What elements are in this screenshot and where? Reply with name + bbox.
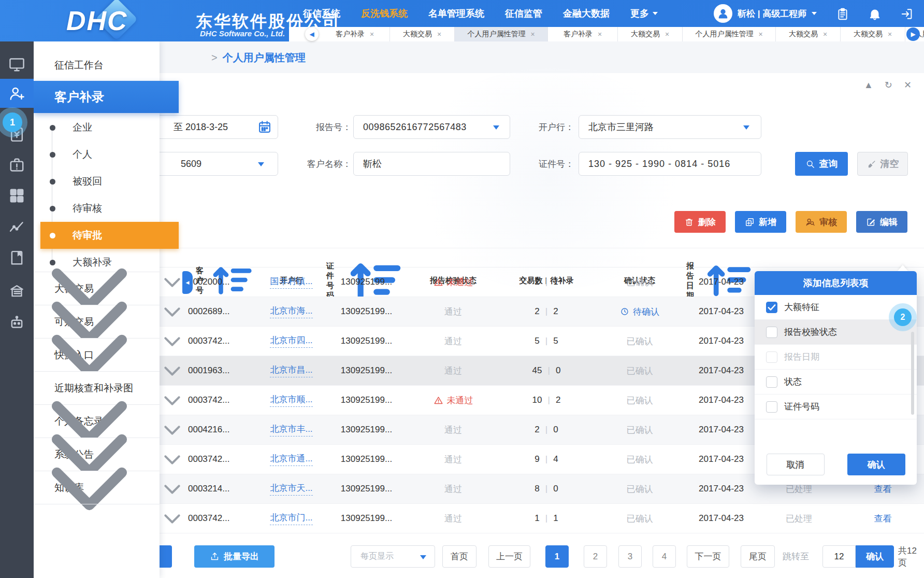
row-expand-chevron[interactable]: [161, 415, 184, 444]
first-page-button[interactable]: 首页: [442, 545, 477, 568]
collapse-icon[interactable]: ▲: [864, 79, 873, 91]
tabs-scroll-right-button[interactable]: ▶: [906, 27, 920, 41]
row-expand-chevron[interactable]: [161, 327, 184, 356]
tab-close-icon[interactable]: ×: [758, 30, 762, 38]
row-expand-chevron[interactable]: [161, 474, 184, 503]
row-expand-chevron[interactable]: [161, 386, 184, 415]
person-add-icon[interactable]: [8, 85, 25, 102]
tab-close-icon[interactable]: ×: [437, 30, 441, 38]
search-button[interactable]: 查询: [795, 152, 848, 176]
tab-close-icon[interactable]: ×: [823, 30, 827, 38]
column-option-大额特征[interactable]: 大额特征: [755, 295, 917, 320]
tab-close-icon[interactable]: ×: [665, 30, 669, 38]
checkbox-icon[interactable]: [766, 401, 777, 413]
monitor-icon[interactable]: [8, 56, 25, 73]
bank-select[interactable]: 北京市三里河路: [579, 115, 761, 139]
column-option-状态[interactable]: 状态: [755, 370, 917, 394]
nav-item-征信监管[interactable]: 征信监管: [505, 7, 542, 20]
tab-close-icon[interactable]: ×: [598, 30, 602, 38]
grid-icon[interactable]: [8, 187, 25, 204]
logout-icon[interactable]: [900, 7, 914, 21]
next-page-button[interactable]: 下一页: [687, 545, 729, 568]
sidebar-item-customer-supplement[interactable]: 客户补录: [34, 81, 179, 113]
view-link[interactable]: 查看: [874, 513, 892, 525]
report-no-select[interactable]: 0098652616772567483: [353, 115, 510, 139]
collapse-handle[interactable]: ◀: [182, 271, 193, 294]
row-expand-chevron[interactable]: [161, 356, 184, 385]
column-option-报告校验状态[interactable]: 报告校验状态: [755, 320, 917, 345]
calendar-icon[interactable]: [257, 120, 272, 134]
page-button-2[interactable]: 2: [584, 545, 607, 568]
bank-link[interactable]: 北京市天...: [270, 482, 312, 496]
book-icon[interactable]: [8, 249, 25, 266]
tab-大额交易[interactable]: 大额交易×: [841, 27, 905, 41]
sidebar-item-待审核[interactable]: 待审核: [34, 195, 160, 222]
tab-大额交易[interactable]: 大额交易×: [776, 27, 841, 41]
tab-个人用户属性管理[interactable]: 个人用户属性管理×: [683, 27, 776, 41]
tab-大额交易[interactable]: 大额交易×: [618, 27, 683, 41]
sidebar-item-企业[interactable]: 企业: [34, 114, 160, 141]
jump-confirm-button[interactable]: 确认: [856, 545, 894, 568]
row-expand-chevron[interactable]: [161, 504, 184, 533]
新增-button[interactable]: 新增: [735, 211, 786, 233]
panel-scrollbar[interactable]: [911, 332, 914, 415]
tabs-scroll-left-button[interactable]: ◀: [305, 27, 319, 41]
customer-name-input[interactable]: 靳松: [353, 152, 510, 176]
sidebar-item-被驳回[interactable]: 被驳回: [34, 168, 160, 195]
confirm-button[interactable]: 确认: [847, 454, 905, 475]
bank-link[interactable]: 北京市丰...: [270, 423, 312, 436]
nav-item-征信系统[interactable]: 征信系统: [303, 7, 340, 20]
审核-button[interactable]: 审核: [796, 211, 847, 233]
sidebar-item-大额补录[interactable]: 大额补录: [34, 249, 160, 276]
page-button-3[interactable]: 3: [618, 545, 642, 568]
tab-close-icon[interactable]: ×: [888, 30, 892, 38]
checkbox-icon[interactable]: [766, 351, 777, 363]
bank-link[interactable]: 北京市海...: [270, 305, 312, 318]
bank-link[interactable]: 北京市门...: [270, 512, 312, 525]
last-page-button[interactable]: 尾页: [741, 545, 775, 568]
nav-item-名单管理系统[interactable]: 名单管理系统: [428, 7, 484, 20]
page-button-1[interactable]: 1: [545, 545, 569, 568]
bank-icon[interactable]: [8, 283, 25, 300]
tab-close-icon[interactable]: ×: [530, 30, 535, 38]
nav-item-金融大数据[interactable]: 金融大数据: [563, 7, 610, 20]
sidebar-item-workbench[interactable]: 征信工作台: [34, 50, 160, 81]
column-option-证件号码[interactable]: 证件号码: [755, 394, 917, 419]
bank-link[interactable]: 北京市四...: [270, 334, 312, 348]
jump-input[interactable]: 12: [822, 545, 856, 568]
bank-link[interactable]: 北京市顺...: [270, 393, 312, 407]
line-chart-icon[interactable]: [8, 218, 25, 235]
删除-button[interactable]: 删除: [674, 211, 726, 233]
nav-item-更多[interactable]: 更多: [630, 7, 658, 20]
bank-link[interactable]: 国丰村镇...: [270, 275, 312, 289]
robot-icon[interactable]: [8, 314, 25, 331]
sidebar-item-待审批[interactable]: 待审批: [40, 222, 179, 249]
column-option-报告日期[interactable]: 报告日期: [755, 345, 917, 370]
close-icon[interactable]: ✕: [904, 79, 912, 91]
checkbox-checked-icon[interactable]: [766, 302, 777, 313]
sidebar-section-知识库[interactable]: 知识库: [34, 471, 160, 504]
prev-page-button[interactable]: 上一页: [488, 545, 530, 568]
page-button-4[interactable]: 4: [653, 545, 676, 568]
tab-客户补录[interactable]: 客户补录×: [320, 27, 390, 41]
row-expand-chevron[interactable]: [161, 267, 184, 297]
clear-button[interactable]: 清空: [857, 152, 908, 176]
tab-close-icon[interactable]: ×: [370, 30, 374, 38]
bank-link[interactable]: 北京市通...: [270, 453, 312, 466]
refresh-icon[interactable]: ↻: [885, 79, 892, 91]
row-expand-chevron[interactable]: [161, 445, 184, 474]
date-to-field[interactable]: 至 2018-3-25: [140, 115, 278, 139]
tab-客户补录[interactable]: 客户补录×: [548, 27, 618, 41]
nav-item-反洗钱系统[interactable]: 反洗钱系统: [361, 7, 408, 20]
briefcase-alert-icon[interactable]: [8, 157, 25, 174]
编辑-button[interactable]: 编辑: [856, 211, 907, 233]
row-expand-chevron[interactable]: [161, 297, 184, 326]
bank-link[interactable]: 北京市昌...: [270, 364, 312, 377]
user-area[interactable]: 靳松 | 高级工程师: [714, 4, 817, 23]
checkbox-icon[interactable]: [766, 327, 777, 338]
bell-icon[interactable]: [868, 7, 882, 21]
cancel-button[interactable]: 取消: [767, 454, 825, 475]
tab-大额交易[interactable]: 大额交易×: [390, 27, 455, 41]
batch-export-button[interactable]: 批量导出: [194, 545, 275, 568]
page-size-select[interactable]: 每页显示: [351, 545, 435, 568]
